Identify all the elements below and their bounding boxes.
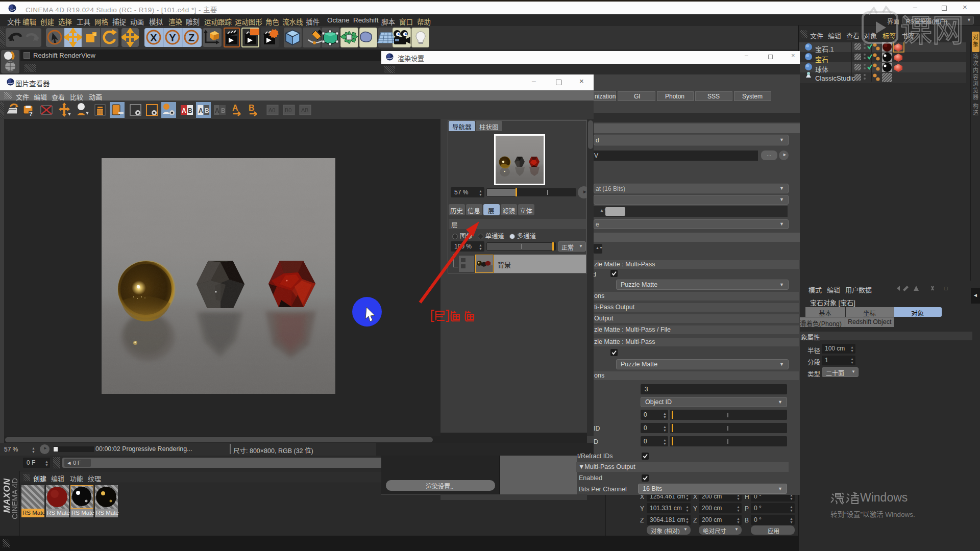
svg-text:A: A (182, 107, 186, 114)
svg-text:B: B (221, 107, 226, 114)
svg-text:AB: AB (301, 107, 309, 113)
svg-text:Z: Z (188, 32, 194, 43)
svg-text:Y: Y (169, 32, 176, 43)
svg-text:A: A (215, 107, 219, 114)
svg-text:X: X (150, 32, 157, 43)
svg-text:A: A (232, 104, 238, 112)
svg-text:B0: B0 (285, 107, 291, 113)
svg-text:A: A (199, 107, 203, 114)
svg-text:□: □ (944, 285, 948, 291)
svg-text:B: B (205, 107, 209, 114)
svg-text:A0: A0 (268, 107, 275, 113)
svg-text:?: ? (29, 111, 33, 117)
svg-text:B: B (188, 107, 192, 114)
svg-text:课网: 课网 (900, 13, 964, 48)
svg-text:B: B (249, 104, 255, 112)
